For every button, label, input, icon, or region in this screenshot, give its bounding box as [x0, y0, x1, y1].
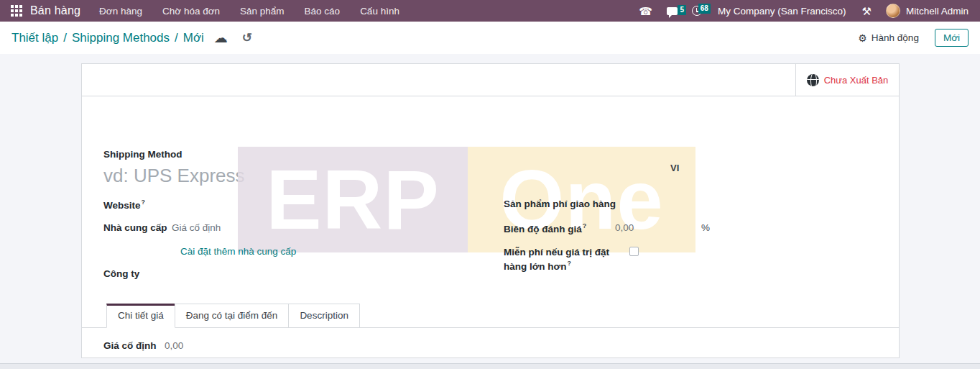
messages-button[interactable]: 5 [661, 4, 683, 18]
help-icon: ? [142, 199, 146, 206]
menu-to-invoice[interactable]: Chờ hóa đơn [152, 1, 230, 21]
apps-grid-glyph [11, 5, 22, 17]
content-area: Chưa Xuất Bản Shipping Method vd: UPS Ex… [0, 54, 980, 369]
free-over-checkbox[interactable] [629, 247, 639, 256]
action-menu-button[interactable]: ⚙ Hành động [858, 32, 919, 43]
publish-status-button[interactable]: Chưa Xuất Bản [795, 64, 899, 96]
watermark-left-block: ERP [238, 147, 468, 252]
fixed-price-field-value[interactable]: 0,00 [165, 340, 183, 351]
menu-orders[interactable]: Đơn hàng [89, 1, 152, 21]
action-menu-label: Hành động [872, 32, 919, 43]
provider-field-value[interactable]: Giá cố định [172, 222, 221, 233]
new-button[interactable]: Mới [935, 29, 969, 47]
save-cloud-icon[interactable]: ☁ [214, 31, 228, 45]
voip-phone-button[interactable]: ☎ [633, 3, 658, 19]
help-icon: ? [567, 260, 571, 267]
tab-description[interactable]: Description [288, 304, 360, 327]
phone-icon: ☎ [639, 6, 652, 17]
activities-count-badge: 68 [698, 4, 711, 14]
breadcrumb-shipping-methods[interactable]: Shipping Methods [72, 31, 170, 45]
globe-icon [807, 74, 819, 86]
free-over-field-label: Miễn phí nếu giá trị đặt hàng lớn hơn? [504, 246, 619, 273]
gear-icon: ⚙ [858, 33, 867, 43]
user-avatar[interactable] [886, 4, 900, 18]
breadcrumb-current: Mới [183, 31, 204, 45]
discard-icon[interactable]: ↺ [242, 32, 252, 44]
help-icon: ? [583, 222, 587, 229]
breadcrumb-separator: / [58, 31, 72, 45]
install-more-providers-link[interactable]: Cài đặt thêm nhà cung cấp [180, 246, 296, 257]
form-header: Chưa Xuất Bản [82, 64, 899, 96]
translation-language-badge[interactable]: VI [670, 163, 679, 173]
pricing-tab-pane: Giá cố định 0,00 [103, 340, 157, 351]
website-field-label: Website? [103, 199, 145, 211]
notebook-tabs: Chi tiết giá Đang có tại điểm đến Descri… [82, 304, 899, 328]
shipping-method-name-label: Shipping Method [103, 149, 182, 160]
app-name[interactable]: Bán hàng [26, 4, 89, 17]
company-switcher[interactable]: My Company (San Francisco) [711, 6, 854, 17]
menu-reporting[interactable]: Báo cáo [295, 1, 351, 21]
fixed-price-field-label: Giá cố định [103, 340, 157, 351]
main-menu: Đơn hàng Chờ hóa đơn Sản phẩm Báo cáo Cấ… [89, 1, 410, 21]
provider-field-label: Nhà cung cấp [103, 222, 167, 233]
company-field-label: Công ty [103, 268, 139, 279]
margin-field-label: Biên độ đánh giá? [504, 222, 615, 234]
watermark-erp-text: ERP [266, 158, 440, 242]
tab-destination-availability[interactable]: Đang có tại điểm đến [175, 304, 290, 327]
margin-field-value[interactable]: 0,00 [615, 222, 634, 233]
publish-status-label: Chưa Xuất Bản [824, 75, 889, 86]
menu-configuration[interactable]: Cấu hình [350, 1, 410, 21]
tab-pricing[interactable]: Chi tiết giá [106, 304, 175, 328]
user-menu[interactable]: Mitchell Admin [906, 6, 973, 17]
debug-tools-button[interactable]: ⚒ [856, 3, 877, 19]
apps-grid-icon[interactable] [7, 0, 26, 22]
top-navbar: Bán hàng Đơn hàng Chờ hóa đơn Sản phẩm B… [0, 0, 980, 22]
breadcrumb: Thiết lập / Shipping Methods / Mới [11, 31, 204, 45]
bottom-scroll-strip [0, 363, 980, 369]
tools-icon: ⚒ [862, 6, 872, 17]
chat-bubble-icon [667, 7, 678, 15]
shipping-method-name-input[interactable]: vd: UPS Express [103, 165, 245, 187]
activities-button[interactable]: 68 [686, 3, 708, 19]
shipping-method-form: Chưa Xuất Bản Shipping Method vd: UPS Ex… [81, 63, 900, 358]
breadcrumb-separator: / [170, 31, 183, 45]
form-sheet: Shipping Method vd: UPS Express ERP One … [82, 96, 899, 357]
breadcrumb-settings[interactable]: Thiết lập [11, 31, 58, 45]
control-panel: Thiết lập / Shipping Methods / Mới ☁ ↺ ⚙… [0, 22, 980, 54]
messages-count-badge: 5 [678, 5, 686, 15]
margin-percent-suffix: % [701, 222, 710, 233]
delivery-product-field-label: Sản phẩm phí giao hàng [504, 199, 615, 209]
menu-products[interactable]: Sản phẩm [230, 1, 295, 21]
